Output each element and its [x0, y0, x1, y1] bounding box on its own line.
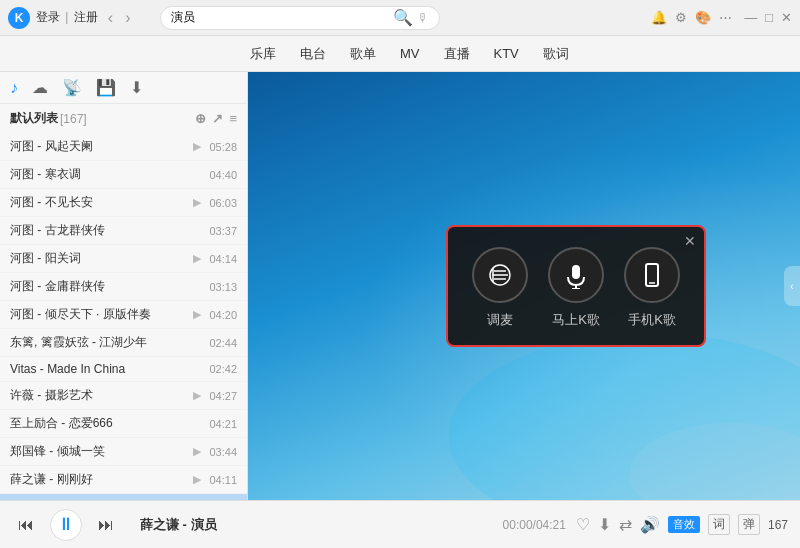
- song-item[interactable]: 郑国锋 - 倾城一笑 ▶ 03:44: [0, 438, 247, 466]
- lyric-button[interactable]: 词: [708, 514, 730, 535]
- sidebar: ♪ ☁ 📡 💾 ⬇ 默认列表 [167] ⊕ ↗ ≡ 河图 - 风起天阑 ▶ 0…: [0, 72, 248, 500]
- song-item[interactable]: 薛之谦 - 刚刚好 ▶ 04:11: [0, 466, 247, 494]
- menu-icon[interactable]: ≡: [229, 111, 237, 126]
- nav-geci[interactable]: 歌词: [543, 41, 569, 67]
- effect-button[interactable]: 弹: [738, 514, 760, 535]
- song-item[interactable]: Vitas - Made In China 02:42: [0, 357, 247, 382]
- song-item[interactable]: 东篱, 篱霞妖弦 - 江湖少年 02:44: [0, 329, 247, 357]
- microphone-icon: [548, 247, 604, 303]
- song-item[interactable]: 许薇 - 摄影艺术 ▶ 04:27: [0, 382, 247, 410]
- ktv-adjust-mic-button[interactable]: 调麦: [472, 247, 528, 329]
- now-playing-info: 薛之谦 - 演员: [140, 516, 493, 534]
- song-item[interactable]: 河图 - 不见长安 ▶ 06:03: [0, 189, 247, 217]
- close-button[interactable]: ✕: [781, 10, 792, 25]
- song-item[interactable]: 河图 - 古龙群侠传 03:37: [0, 217, 247, 245]
- playlist-actions: ⊕ ↗ ≡: [195, 111, 237, 126]
- now-playing-title: 薛之谦 - 演员: [140, 516, 493, 534]
- song-item[interactable]: 河图 - 金庸群侠传 03:13: [0, 273, 247, 301]
- main-layout: ♪ ☁ 📡 💾 ⬇ 默认列表 [167] ⊕ ↗ ≡ 河图 - 风起天阑 ▶ 0…: [0, 72, 800, 500]
- pause-button[interactable]: ⏸: [50, 509, 82, 541]
- prev-button[interactable]: ⏮: [12, 511, 40, 539]
- song-item[interactable]: 河图 - 阳关词 ▶ 04:14: [0, 245, 247, 273]
- content-area: ✕ 调麦: [248, 72, 800, 500]
- nav-yueku[interactable]: 乐库: [250, 41, 276, 67]
- adjust-mic-icon: [472, 247, 528, 303]
- playlist-count: [167]: [60, 112, 87, 126]
- playlist-title: 默认列表: [10, 110, 58, 127]
- back-button[interactable]: ‹: [104, 9, 117, 27]
- next-button[interactable]: ⏭: [92, 511, 120, 539]
- login-link[interactable]: 登录: [36, 10, 60, 24]
- voice-search-icon[interactable]: 🎙: [417, 11, 429, 25]
- nav-zhibo[interactable]: 直播: [444, 41, 470, 67]
- export-icon[interactable]: ↗: [212, 111, 223, 126]
- settings-icon[interactable]: ⚙: [675, 10, 687, 25]
- mv-icon: ▶: [193, 308, 201, 321]
- repeat-button[interactable]: ⇄: [619, 515, 632, 534]
- song-item[interactable]: 至上励合 - 恋爱666 04:21: [0, 410, 247, 438]
- search-input[interactable]: [171, 11, 393, 25]
- mv-icon: ▶: [193, 252, 201, 265]
- music-icon[interactable]: ♪: [10, 79, 18, 97]
- playlist-header: 默认列表 [167] ⊕ ↗ ≡: [0, 104, 247, 133]
- nav-gedan[interactable]: 歌单: [350, 41, 376, 67]
- download-button[interactable]: ⬇: [598, 515, 611, 534]
- nav-ktv[interactable]: KTV: [494, 42, 519, 65]
- ktv-options: 调麦 马上K歌: [472, 247, 680, 329]
- skin-icon[interactable]: 🎨: [695, 10, 711, 25]
- sidebar-icon-bar: ♪ ☁ 📡 💾 ⬇: [0, 72, 247, 104]
- radio-icon[interactable]: 📡: [62, 78, 82, 97]
- song-list: 河图 - 风起天阑 ▶ 05:28 河图 - 寒衣调 04:40 河图 - 不见…: [0, 133, 247, 500]
- song-item[interactable]: 河图 - 风起天阑 ▶ 05:28: [0, 133, 247, 161]
- nav-mv[interactable]: MV: [400, 42, 420, 65]
- search-bar[interactable]: 🔍 🎙: [160, 6, 440, 30]
- register-link[interactable]: 注册: [74, 10, 98, 24]
- volume-button[interactable]: 🔊: [640, 515, 660, 534]
- title-bar: K 登录 | 注册 ‹ › 🔍 🎙 🔔 ⚙ 🎨 ⋯ — □ ✕: [0, 0, 800, 36]
- like-button[interactable]: ♡: [576, 515, 590, 534]
- volume-badge[interactable]: 音效: [668, 516, 700, 533]
- more-icon[interactable]: ⋯: [719, 10, 732, 25]
- app-logo: K: [8, 7, 30, 29]
- forward-button[interactable]: ›: [121, 9, 134, 27]
- nav-arrows: ‹ ›: [104, 9, 135, 27]
- ktv-sing-now-button[interactable]: 马上K歌: [548, 247, 604, 329]
- mv-icon: ▶: [193, 445, 201, 458]
- time-display: 00:00/04:21: [503, 518, 566, 532]
- bell-icon[interactable]: 🔔: [651, 10, 667, 25]
- bottom-actions: ♡ ⬇ ⇄ 🔊 音效 词 弹 167: [576, 514, 788, 535]
- popup-close-button[interactable]: ✕: [684, 233, 696, 249]
- top-nav: 乐库 电台 歌单 MV 直播 KTV 歌词: [0, 36, 800, 72]
- active-song-item[interactable]: 🎵 薛之谦 - 演员 00:00/04:21 ⬇ ♡ 🗑 ⊖: [0, 494, 247, 500]
- add-song-icon[interactable]: ⊕: [195, 111, 206, 126]
- adjust-mic-label: 调麦: [487, 311, 513, 329]
- sing-now-label: 马上K歌: [552, 311, 600, 329]
- nav-diantai[interactable]: 电台: [300, 41, 326, 67]
- player-controls: ⏮ ⏸ ⏭: [12, 509, 120, 541]
- auth-section: 登录 | 注册: [36, 9, 98, 26]
- song-item[interactable]: 河图 - 寒衣调 04:40: [0, 161, 247, 189]
- mv-icon: ▶: [193, 389, 201, 402]
- cloud-icon[interactable]: ☁: [32, 78, 48, 97]
- mobile-sing-label: 手机K歌: [628, 311, 676, 329]
- minimize-button[interactable]: —: [744, 10, 757, 25]
- window-controls: 🔔 ⚙ 🎨 ⋯ — □ ✕: [651, 10, 792, 25]
- ktv-mobile-sing-button[interactable]: 手机K歌: [624, 247, 680, 329]
- song-item[interactable]: 河图 - 倾尽天下 · 原版伴奏 ▶ 04:20: [0, 301, 247, 329]
- maximize-button[interactable]: □: [765, 10, 773, 25]
- download-icon[interactable]: ⬇: [130, 78, 143, 97]
- playlist-count-badge: 167: [768, 518, 788, 532]
- mv-icon: ▶: [193, 140, 201, 153]
- scroll-indicator[interactable]: ‹: [784, 266, 800, 306]
- mv-icon: ▶: [193, 196, 201, 209]
- bottom-bar: ⏮ ⏸ ⏭ 薛之谦 - 演员 00:00/04:21 ♡ ⬇ ⇄ 🔊 音效 词 …: [0, 500, 800, 548]
- search-icon[interactable]: 🔍: [393, 8, 413, 27]
- ktv-popup: ✕ 调麦: [446, 225, 706, 347]
- local-icon[interactable]: 💾: [96, 78, 116, 97]
- svg-rect-7: [572, 265, 580, 279]
- phone-icon: [624, 247, 680, 303]
- mv-icon: ▶: [193, 473, 201, 486]
